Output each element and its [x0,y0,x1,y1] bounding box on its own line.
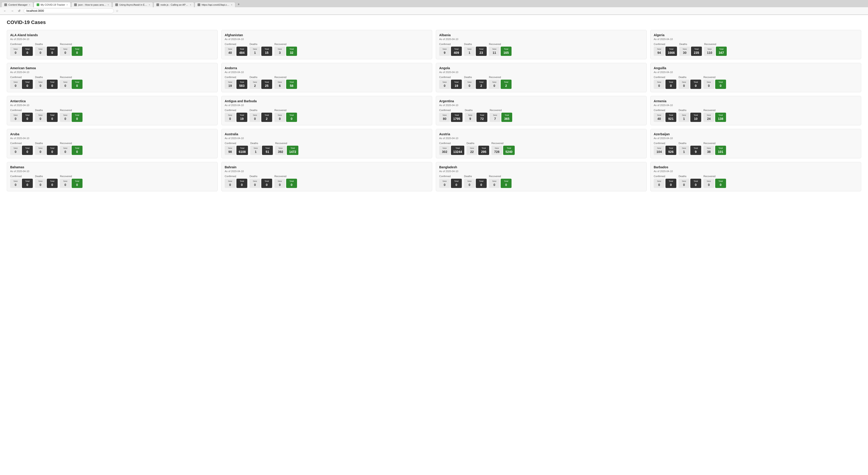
back-button[interactable]: ← [2,8,8,13]
recovered-label: Recovered [491,142,503,145]
confirmed-total-box: Total0 [22,146,33,155]
country-date: As of 2020-04-10 [439,170,643,173]
confirmed-label: Confirmed [439,142,451,145]
tab-close-button[interactable]: × [66,4,68,6]
country-name: Barbados [654,165,858,169]
recovered-total-label: Total [75,48,79,50]
confirmed-total-value: 409 [454,51,459,55]
deaths-total-box: Total0 [261,179,272,188]
tab-label: Content Manager [8,3,28,6]
stats-row: ConfirmedNew40Total921DeathsNew1Total10R… [654,109,858,122]
stat-group-confirmed: ConfirmedNew98Total6108 [225,142,248,155]
recovered-new-label: New [63,48,67,50]
recovered-pair: New11Total165 [489,47,512,56]
tab-close-button[interactable]: × [149,4,150,6]
recovered-total-box: Total365 [501,113,512,122]
deaths-new-label: New [38,114,42,116]
confirmed-new-box: New40 [225,47,236,56]
recovered-total-label: Total [75,180,79,182]
deaths-new-value: 9 [469,117,471,121]
confirmed-new-label: New [13,147,18,149]
tab-close-button[interactable]: × [231,4,232,6]
confirmed-total-label: Total [25,48,29,50]
country-date: As of 2020-04-10 [439,38,643,40]
deaths-total-value: 0 [266,183,268,187]
deaths-total-value: 72 [480,117,484,121]
stat-group-confirmed: ConfirmedNew0Total0 [10,43,33,56]
tab-close-button[interactable]: × [29,4,30,6]
recovered-total-value: 165 [503,51,508,55]
reload-button[interactable]: ↺ [17,8,22,13]
tab-close-button[interactable]: × [190,4,191,6]
browser-tab-1[interactable]: My COVID-19 Tracker× [34,2,71,7]
recovered-new-box: New0 [60,113,71,122]
confirmed-total-box: Total0 [22,113,33,122]
country-card: AlbaniaAs of 2020-04-10ConfirmedNew9Tota… [436,30,647,59]
stat-group-recovered: RecoveredNew6Total58 [274,76,297,89]
new-tab-button[interactable]: + [236,1,241,7]
recovered-pair: New6Total58 [274,80,297,89]
confirmed-new-label: New [657,147,661,149]
deaths-pair: New0Total0 [35,113,58,122]
recovered-total-value: 32 [290,51,293,55]
deaths-total-label: Total [265,180,269,182]
browser-tab-4[interactable]: node.js - Calling an API endpoin...× [153,2,194,7]
country-card: AustraliaAs of 2020-04-10ConfirmedNew98T… [221,129,432,158]
country-card: AfghanistanAs of 2020-04-10ConfirmedNew4… [221,30,432,59]
stat-group-confirmed: ConfirmedNew0Total0 [10,109,33,122]
address-input[interactable] [24,8,114,13]
recovered-total-label: Total [75,114,79,116]
recovered-label: Recovered [275,142,287,145]
country-name: Armenia [654,99,858,103]
confirmed-total-label: Total [454,81,458,83]
recovered-new-label: New [278,147,283,149]
tab-favicon [74,3,77,6]
recovered-total-value: 0 [76,150,78,154]
deaths-pair: New0Total0 [464,179,487,188]
stat-group-recovered: RecoveredNew0Total0 [704,175,726,188]
confirmed-total-value: 0 [26,84,28,88]
deaths-total-label: Total [479,48,483,50]
recovered-label: Recovered [704,76,715,79]
deaths-total-label: Total [480,114,484,116]
tab-favicon [37,3,39,6]
recovered-new-box: New24 [704,113,714,122]
stat-group-recovered: RecoveredNew11Total165 [489,43,512,56]
stat-group-confirmed: ConfirmedNew94Total1666 [654,43,677,56]
browser-tab-5[interactable]: https://api.covid19api.com/sum...× [195,2,235,7]
deaths-label: Deaths [35,142,43,145]
recovered-label: Recovered [489,43,501,46]
confirmed-pair: New0Total19 [225,113,247,122]
forward-button[interactable]: → [9,8,15,13]
browser-tab-3[interactable]: Using Async/Await in Express w...× [112,2,153,7]
recovered-total-box: Total58 [286,80,297,89]
stats-row: ConfirmedNew0Total19DeathsNew0Total2Reco… [225,109,429,122]
deaths-total-box: Total0 [690,179,701,188]
stat-group-recovered: RecoveredNew0Total0 [60,109,83,122]
deaths-new-box: New0 [250,179,260,188]
recovered-label: Recovered [704,142,715,145]
recovered-total-box: Total5240 [503,146,515,155]
confirmed-new-label: New [13,114,18,116]
recovered-total-label: Total [504,180,508,182]
recovered-label: Recovered [60,175,72,178]
browser-tab-2[interactable]: json - How to pass array of obj...× [71,2,112,7]
tab-close-button[interactable]: × [107,4,109,6]
browser-tab-0[interactable]: Content Manager× [1,2,33,7]
confirmed-new-box: New302 [439,146,450,155]
country-card: AntarcticaAs of 2020-04-10ConfirmedNew0T… [7,96,218,125]
recovered-total-value: 138 [718,117,723,121]
deaths-label: Deaths [679,142,686,145]
stats-row: ConfirmedNew9Total409DeathsNew1Total23Re… [439,43,643,56]
stat-group-recovered: RecoveredNew392Total1472 [275,142,298,155]
deaths-total-box: Total0 [476,179,487,188]
stats-row: ConfirmedNew0Total0DeathsNew0Total0Recov… [225,175,429,188]
country-card: AndorraAs of 2020-04-10ConfirmedNew19Tot… [221,63,432,92]
recovered-new-value: 24 [707,117,711,121]
recovered-new-value: 0 [64,117,66,121]
confirmed-new-box: New0 [10,146,21,155]
confirmed-label: Confirmed [654,43,665,46]
recovered-new-box: New0 [704,80,714,89]
recovered-total-label: Total [719,48,723,50]
confirmed-total-box: Total0 [665,80,676,89]
